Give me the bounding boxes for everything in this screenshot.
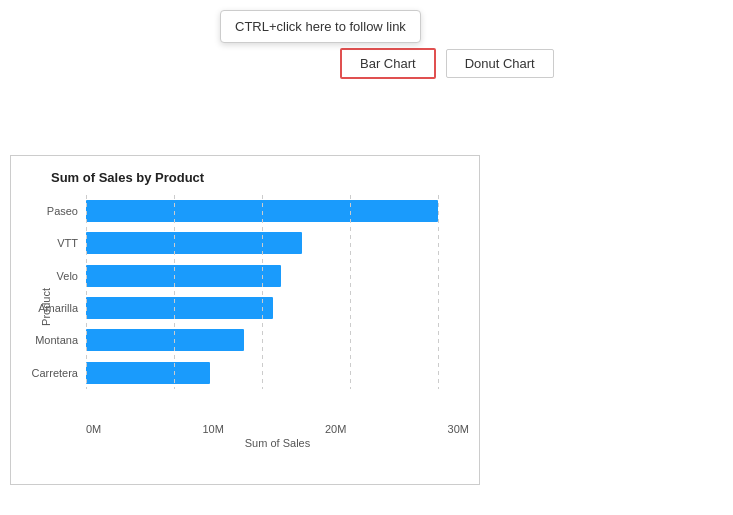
tab-donut-chart[interactable]: Donut Chart — [446, 49, 554, 78]
tab-bar-chart[interactable]: Bar Chart — [340, 48, 436, 79]
bar-row — [86, 358, 469, 388]
y-axis-label-item: VTT — [57, 228, 78, 258]
x-axis-tick: 20M — [325, 423, 346, 435]
bar-row — [86, 325, 469, 355]
x-axis-tick: 30M — [448, 423, 469, 435]
bar[interactable] — [86, 297, 273, 319]
bar[interactable] — [86, 362, 210, 384]
y-axis-label-item: Paseo — [47, 196, 78, 226]
bar-row — [86, 196, 469, 226]
x-axis-tick: 10M — [202, 423, 223, 435]
bar[interactable] — [86, 232, 302, 254]
chart-inner: PaseoVTTVeloAmarillaMontanaCarretera — [21, 195, 469, 389]
hyperlink-tooltip: CTRL+click here to follow link — [220, 10, 421, 43]
chart-title: Sum of Sales by Product — [51, 170, 469, 185]
bar-chart-container: Sum of Sales by Product Product PaseoVTT… — [10, 155, 480, 485]
bar[interactable] — [86, 200, 438, 222]
y-axis-label-item: Montana — [35, 325, 78, 355]
bar-row — [86, 293, 469, 323]
x-axis-label: Sum of Sales — [86, 437, 469, 449]
y-axis-label-item: Velo — [57, 261, 78, 291]
y-axis-label-item: Carretera — [32, 358, 78, 388]
x-axis-tick: 0M — [86, 423, 101, 435]
y-axis: PaseoVTTVeloAmarillaMontanaCarretera — [21, 195, 86, 389]
bar-row — [86, 261, 469, 291]
bar[interactable] — [86, 329, 244, 351]
tooltip-text: CTRL+click here to follow link — [235, 19, 406, 34]
tabs-row: Bar Chart ••• Donut Chart — [340, 48, 554, 79]
bars-area — [86, 195, 469, 389]
bar[interactable] — [86, 265, 281, 287]
x-axis-ticks: 0M10M20M30M — [86, 423, 469, 435]
y-axis-label-item: Amarilla — [38, 293, 78, 323]
bar-row — [86, 228, 469, 258]
